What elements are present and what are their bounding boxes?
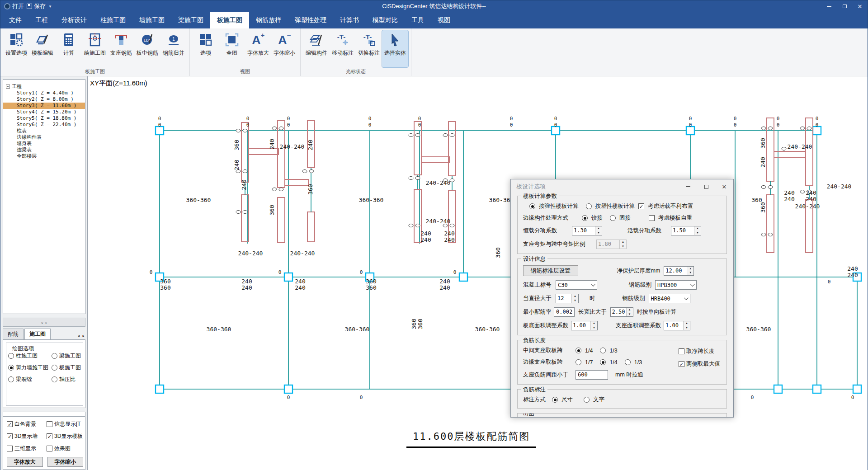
- rebar-standard-layer-button[interactable]: 钢筋标准层设置: [523, 265, 578, 276]
- both-max-checkbox[interactable]: [679, 361, 684, 367]
- checkbox-白色背景[interactable]: 白色背景: [7, 420, 47, 428]
- tree-item[interactable]: Story5( Z = 18.80m ): [3, 115, 85, 122]
- svg-text:240: 240: [420, 230, 431, 237]
- tree-item[interactable]: Story6( Z = 22.40m ): [3, 122, 85, 128]
- tab-scroll-arrows[interactable]: ◂ ▸: [77, 334, 85, 339]
- 板中钢筋-button[interactable]: LB*板中钢筋: [134, 30, 160, 67]
- open-button[interactable]: 打开: [4, 2, 24, 10]
- net-span-checkbox[interactable]: [679, 348, 684, 354]
- plastic-radio[interactable]: [586, 203, 592, 209]
- menu-tab-钢筋放样[interactable]: 钢筋放样: [249, 12, 288, 28]
- tree-item[interactable]: 边缘构件表: [3, 134, 85, 141]
- radio-板施工图[interactable]: 板施工图: [52, 364, 82, 371]
- tree-item[interactable]: Story1( Z = 4.40m ): [3, 90, 85, 96]
- dead-factor-input[interactable]: 1.30▲▼: [572, 226, 602, 235]
- live-factor-input[interactable]: 1.50▲▼: [671, 226, 701, 235]
- dialog-close-button[interactable]: ✕: [715, 179, 733, 194]
- 设置选项-button[interactable]: 设置选项: [3, 30, 29, 67]
- edge-third-radio[interactable]: [625, 359, 631, 365]
- rebar-grade1-select[interactable]: HPB300: [655, 280, 697, 290]
- 切换标注-button[interactable]: -T-切换标注: [356, 30, 382, 67]
- 钢筋归并-button[interactable]: 1钢筋归并: [160, 30, 187, 67]
- live-unfavorable-checkbox[interactable]: [638, 203, 644, 209]
- floor-plan-drawing[interactable]: 0000000000000000000000240-240360-360360-…: [88, 76, 868, 455]
- tree-item[interactable]: 柱表: [3, 128, 85, 134]
- menu-tab-计算书[interactable]: 计算书: [333, 12, 366, 28]
- 选择实体-button[interactable]: 选择实体: [382, 30, 408, 67]
- minimize-button[interactable]: [821, 0, 837, 12]
- quick-access-caret-icon[interactable]: ▼: [48, 5, 52, 9]
- mid-quarter-radio[interactable]: [576, 348, 581, 353]
- font-shrink-button[interactable]: 字体缩小: [47, 457, 84, 467]
- tree-item[interactable]: Story4( Z = 15.20m ): [3, 109, 85, 115]
- menu-tab-梁施工图[interactable]: 梁施工图: [171, 12, 210, 28]
- tree-item[interactable]: Story2( Z = 8.00m ): [3, 96, 85, 103]
- checkbox-效果图[interactable]: 效果图: [47, 445, 83, 452]
- mid-third-radio[interactable]: [600, 348, 606, 353]
- edge-quarter-radio[interactable]: [600, 359, 606, 365]
- spacing-input[interactable]: 600: [576, 370, 608, 380]
- tree-item[interactable]: 墙身表: [3, 141, 85, 147]
- tree-expander-icon[interactable]: −: [6, 85, 10, 89]
- edge-seventh-radio[interactable]: [576, 359, 581, 365]
- 字体缩小-button[interactable]: A−字体缩小: [271, 30, 297, 67]
- 绘施工图-button[interactable]: 绘施工图: [82, 30, 108, 67]
- hinged-radio[interactable]: [582, 215, 588, 221]
- sidebar-tab-施工图[interactable]: 施工图: [24, 329, 51, 340]
- mark-text-radio[interactable]: [584, 397, 590, 403]
- concrete-select[interactable]: C30: [556, 280, 597, 290]
- aspect-input[interactable]: 2.50▲▼: [610, 307, 633, 317]
- svg-text:0: 0: [734, 116, 737, 122]
- checkbox-3D显示楼板[interactable]: 3D显示楼板: [47, 432, 83, 440]
- support-adj-input[interactable]: 1.00▲▼: [664, 321, 690, 330]
- tree-item[interactable]: 连梁表: [3, 147, 85, 153]
- mark-dimension-radio[interactable]: [552, 397, 558, 403]
- 字体放大-button[interactable]: A+字体放大: [245, 30, 271, 67]
- close-button[interactable]: ✕: [852, 0, 868, 12]
- 选项-button[interactable]: 选项: [193, 30, 219, 67]
- menu-tab-弹塑性处理[interactable]: 弹塑性处理: [288, 12, 333, 28]
- tree-item[interactable]: 全部楼层: [3, 153, 85, 160]
- tree-item[interactable]: Story3( Z = 11.60m ): [3, 103, 85, 109]
- maximize-button[interactable]: [837, 0, 852, 12]
- svg-text:0: 0: [851, 395, 854, 400]
- cover-input[interactable]: 12.00▲▼: [664, 266, 694, 276]
- min-ratio-input[interactable]: 0.002: [554, 307, 575, 317]
- bottom-adj-input[interactable]: 1.00▲▼: [571, 321, 598, 330]
- checkbox-三维显示[interactable]: 三维显示: [7, 445, 47, 452]
- dialog-minimize-button[interactable]: [679, 179, 697, 194]
- tree-root-node[interactable]: −工程: [3, 83, 85, 90]
- checkbox-信息显示[T[interactable]: 信息显示[T: [47, 420, 83, 428]
- tree-collapse-button[interactable]: ⌄⌄: [3, 318, 85, 327]
- menu-tab-分析设计[interactable]: 分析设计: [55, 12, 94, 28]
- 支座钢筋-button[interactable]: 支座钢筋: [108, 30, 134, 67]
- radio-剪力墙施工图[interactable]: 剪力墙施工图: [8, 364, 52, 371]
- elastic-radio[interactable]: [529, 203, 535, 209]
- diameter-input[interactable]: 12▲▼: [556, 294, 579, 303]
- 编辑构件-button[interactable]: 编辑构件: [303, 30, 330, 67]
- slab-weight-checkbox[interactable]: [649, 215, 655, 221]
- menu-tab-文件[interactable]: 文件: [2, 12, 28, 28]
- 全图-button[interactable]: 全图: [219, 30, 245, 67]
- radio-柱施工图[interactable]: 柱施工图: [8, 352, 52, 360]
- font-enlarge-button[interactable]: 字体放大: [7, 457, 43, 467]
- menu-tab-视图[interactable]: 视图: [431, 12, 457, 28]
- radio-梁施工图[interactable]: 梁施工图: [52, 352, 82, 360]
- menu-tab-柱施工图[interactable]: 柱施工图: [94, 12, 132, 28]
- rebar-grade2-select[interactable]: HRB400: [649, 294, 690, 303]
- sidebar-tab-配筋[interactable]: 配筋: [3, 329, 24, 339]
- 楼板编辑-button[interactable]: 楼板编辑: [29, 30, 56, 67]
- 移动标注-button[interactable]: -T-移动标注: [330, 30, 356, 67]
- menu-tab-工程[interactable]: 工程: [28, 12, 55, 28]
- menu-tab-模型对比[interactable]: 模型对比: [366, 12, 405, 28]
- menu-tab-板施工图[interactable]: 板施工图: [210, 12, 249, 28]
- radio-梁裂缝[interactable]: 梁裂缝: [8, 376, 52, 383]
- menu-tab-墙施工图[interactable]: 墙施工图: [132, 12, 171, 28]
- save-button[interactable]: 保存: [27, 2, 46, 10]
- dialog-maximize-button[interactable]: [697, 179, 715, 194]
- menu-tab-工具[interactable]: 工具: [405, 12, 431, 28]
- fixed-radio[interactable]: [610, 215, 616, 221]
- radio-轴压比[interactable]: 轴压比: [52, 376, 82, 383]
- 计算-button[interactable]: 计算: [56, 30, 82, 67]
- checkbox-3D显示墙[interactable]: 3D显示墙: [7, 432, 47, 440]
